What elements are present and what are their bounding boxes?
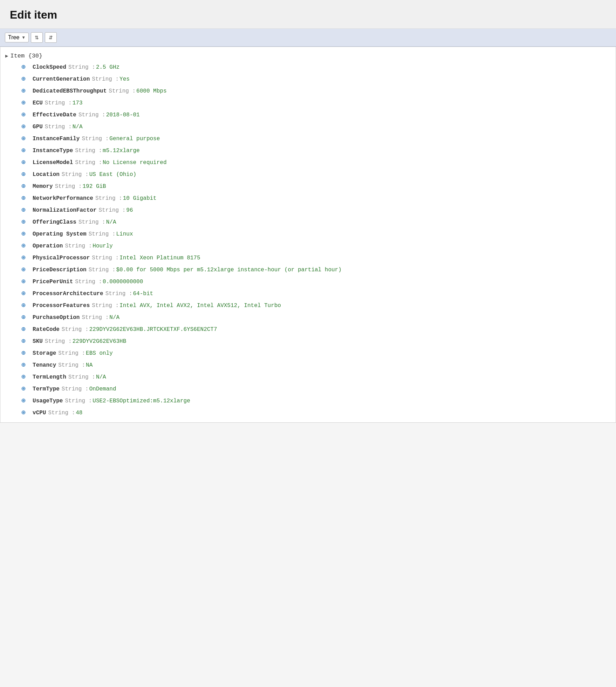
item-value: N/A bbox=[73, 123, 83, 131]
item-type: String : bbox=[89, 266, 116, 274]
add-item-icon[interactable]: ⊕ bbox=[21, 302, 26, 309]
add-item-icon[interactable]: ⊕ bbox=[21, 100, 26, 107]
add-item-icon[interactable]: ⊕ bbox=[21, 314, 26, 321]
add-item-icon[interactable]: ⊕ bbox=[21, 195, 26, 202]
add-item-icon[interactable]: ⊕ bbox=[21, 362, 26, 369]
item-key: vCPU bbox=[33, 409, 46, 417]
tree-row: ⊕TermLength String : N/A bbox=[0, 371, 616, 383]
chevron-down-icon: ▼ bbox=[21, 35, 26, 40]
add-item-icon[interactable]: ⊕ bbox=[21, 243, 26, 250]
item-type: String : bbox=[98, 206, 125, 215]
item-type: String : bbox=[109, 87, 136, 95]
add-item-icon[interactable]: ⊕ bbox=[21, 76, 26, 83]
tree-row: ⊕DedicatedEBSThroughput String : 6000 Mb… bbox=[0, 85, 616, 97]
add-item-icon[interactable]: ⊕ bbox=[21, 183, 26, 190]
add-item-icon[interactable]: ⊕ bbox=[21, 338, 26, 345]
item-type: String : bbox=[78, 111, 105, 119]
toolbar: Tree ▼ ⇅ ⇵ bbox=[0, 29, 616, 47]
add-item-icon[interactable]: ⊕ bbox=[21, 278, 26, 285]
page-header: Edit item bbox=[0, 0, 616, 29]
item-key: ClockSpeed bbox=[33, 63, 66, 72]
add-item-icon[interactable]: ⊕ bbox=[21, 111, 26, 118]
tree-row: ⊕Tenancy String : NA bbox=[0, 359, 616, 371]
tree-row: ⊕Memory String : 192 GiB bbox=[0, 181, 616, 192]
item-key: ProcessorArchitecture bbox=[33, 290, 103, 298]
add-item-icon[interactable]: ⊕ bbox=[21, 290, 26, 297]
tree-row: ⊕ProcessorFeatures String : Intel AVX, I… bbox=[0, 300, 616, 312]
item-type: String : bbox=[68, 63, 95, 72]
item-value: m5.12xlarge bbox=[103, 147, 140, 155]
add-item-icon[interactable]: ⊕ bbox=[21, 231, 26, 238]
sort-up-icon: ⇅ bbox=[35, 35, 39, 40]
item-key: PurchaseOption bbox=[33, 313, 80, 322]
tree-row: ⊕PricePerUnit String : 0.0000000000 bbox=[0, 276, 616, 288]
item-type: String : bbox=[75, 147, 102, 155]
add-item-icon[interactable]: ⊕ bbox=[21, 350, 26, 357]
tree-row: ⊕vCPU String : 48 bbox=[0, 407, 616, 419]
item-key: OfferingClass bbox=[33, 218, 76, 226]
item-key: EffectiveDate bbox=[33, 111, 76, 119]
tree-label: Tree bbox=[8, 34, 19, 41]
item-type: String : bbox=[45, 99, 72, 107]
tree-rows: ⊕ClockSpeed String : 2.5 GHz⊕CurrentGene… bbox=[0, 61, 616, 419]
add-item-icon[interactable]: ⊕ bbox=[21, 266, 26, 273]
sort-down-icon: ⇵ bbox=[49, 35, 53, 40]
item-value: EBS only bbox=[86, 349, 113, 358]
item-value: 96 bbox=[126, 206, 133, 215]
tree-row: ⊕UsageType String : USE2-EBSOptimized:m5… bbox=[0, 395, 616, 407]
item-value: General purpose bbox=[109, 135, 160, 143]
add-item-icon[interactable]: ⊕ bbox=[21, 207, 26, 214]
tree-row: ⊕Location String : US East (Ohio) bbox=[0, 169, 616, 181]
add-item-icon[interactable]: ⊕ bbox=[21, 171, 26, 178]
item-value: 173 bbox=[73, 99, 83, 107]
tree-row: ⊕PhysicalProcessor String : Intel Xeon P… bbox=[0, 252, 616, 264]
item-type: String : bbox=[58, 349, 85, 358]
item-key: InstanceFamily bbox=[33, 135, 80, 143]
item-key: GPU bbox=[33, 123, 43, 131]
add-item-icon[interactable]: ⊕ bbox=[21, 135, 26, 142]
item-type: String : bbox=[62, 325, 89, 334]
item-value: 229DYV2G62EV63HB bbox=[73, 337, 126, 346]
add-item-icon[interactable]: ⊕ bbox=[21, 254, 26, 261]
collapse-arrow-icon: ▶ bbox=[5, 53, 8, 59]
add-item-icon[interactable]: ⊕ bbox=[21, 159, 26, 166]
item-value: 2018-08-01 bbox=[106, 111, 140, 119]
item-type: String : bbox=[45, 337, 72, 346]
item-key: ECU bbox=[33, 99, 43, 107]
add-item-icon[interactable]: ⊕ bbox=[21, 386, 26, 393]
add-item-icon[interactable]: ⊕ bbox=[21, 123, 26, 130]
tree-row: ⊕InstanceType String : m5.12xlarge bbox=[0, 145, 616, 157]
item-type: String : bbox=[58, 361, 85, 369]
add-item-icon[interactable]: ⊕ bbox=[21, 326, 26, 333]
item-type: String : bbox=[45, 123, 72, 131]
add-item-icon[interactable]: ⊕ bbox=[21, 64, 26, 71]
item-key: PhysicalProcessor bbox=[33, 254, 90, 262]
item-key: Tenancy bbox=[33, 361, 56, 369]
item-value: No License required bbox=[103, 158, 166, 167]
item-value: 229DYV2G62EV63HB.JRTCKXETXF.6YS6EN2CT7 bbox=[89, 325, 217, 334]
root-item-label: Item {30} bbox=[10, 53, 42, 59]
tree-row: ⊕InstanceFamily String : General purpose bbox=[0, 133, 616, 145]
item-value: Yes bbox=[119, 75, 130, 83]
add-item-icon[interactable]: ⊕ bbox=[21, 219, 26, 226]
item-value: 2.5 GHz bbox=[96, 63, 119, 72]
item-key: UsageType bbox=[33, 397, 63, 405]
add-item-icon[interactable]: ⊕ bbox=[21, 374, 26, 381]
item-value: Hourly bbox=[93, 242, 113, 250]
item-type: String : bbox=[92, 301, 119, 310]
item-value: OnDemand bbox=[89, 385, 116, 393]
add-item-icon[interactable]: ⊕ bbox=[21, 409, 26, 416]
page-title: Edit item bbox=[10, 8, 606, 21]
add-item-icon[interactable]: ⊕ bbox=[21, 147, 26, 154]
item-value: 64-bit bbox=[133, 290, 153, 298]
add-item-icon[interactable]: ⊕ bbox=[21, 397, 26, 404]
sort-down-button[interactable]: ⇵ bbox=[45, 32, 57, 43]
item-key: NormalizationFactor bbox=[33, 206, 96, 215]
item-value: Linux bbox=[116, 230, 133, 238]
tree-row: ⊕ECU String : 173 bbox=[0, 97, 616, 109]
item-type: String : bbox=[105, 290, 132, 298]
add-item-icon[interactable]: ⊕ bbox=[21, 88, 26, 95]
tree-dropdown[interactable]: Tree ▼ bbox=[5, 33, 29, 42]
sort-up-button[interactable]: ⇅ bbox=[31, 32, 43, 43]
item-value: N/A bbox=[106, 218, 116, 226]
